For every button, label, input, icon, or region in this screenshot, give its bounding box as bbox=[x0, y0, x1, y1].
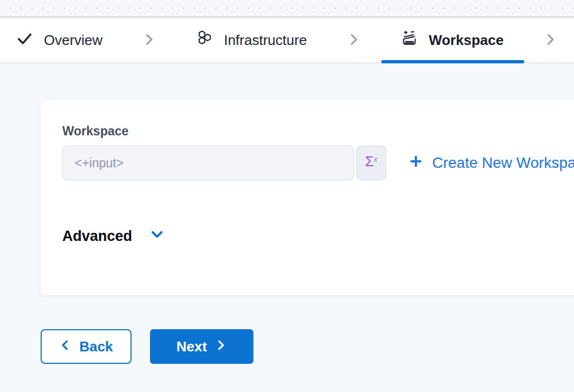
back-button-label: Back bbox=[79, 338, 113, 355]
workspace-field-label: Workspace bbox=[62, 124, 128, 139]
sigma-icon: Σ bbox=[365, 154, 374, 169]
step-separator-chevron-icon bbox=[347, 31, 361, 50]
step-separator-chevron-icon bbox=[142, 31, 156, 50]
sigma-superscript: x bbox=[374, 155, 377, 163]
runtime-input-sigma-button[interactable]: Σ x bbox=[356, 146, 386, 180]
step-overview[interactable]: Overview bbox=[16, 18, 102, 62]
next-button-label: Next bbox=[177, 338, 207, 355]
workspace-input[interactable] bbox=[62, 146, 354, 180]
step-separator-chevron-icon bbox=[543, 31, 558, 50]
workspace-input-group: Σ x bbox=[62, 146, 386, 180]
canvas-dotted-background bbox=[0, 0, 574, 18]
chevron-left-icon bbox=[59, 338, 71, 355]
workspace-card: Workspace Σ x Create New Workspace Advan… bbox=[41, 100, 574, 295]
create-new-workspace-link[interactable]: Create New Workspace bbox=[408, 146, 574, 180]
chevron-right-icon bbox=[214, 338, 227, 355]
advanced-toggle[interactable]: Advanced bbox=[62, 227, 165, 246]
step-label: Overview bbox=[44, 32, 102, 49]
create-link-label: Create New Workspace bbox=[432, 154, 574, 172]
back-button[interactable]: Back bbox=[41, 329, 132, 364]
wizard-footer-actions: Back Next bbox=[41, 329, 253, 364]
chevron-down-icon bbox=[149, 227, 165, 246]
advanced-label: Advanced bbox=[62, 228, 132, 245]
step-workspace[interactable]: Workspace bbox=[401, 18, 504, 62]
wizard-stepper: Overview Infrastructure bbox=[0, 18, 574, 63]
hexagon-cluster-icon bbox=[196, 30, 213, 50]
step-label: Infrastructure bbox=[224, 32, 306, 49]
workspace-stack-icon bbox=[401, 30, 418, 51]
check-icon bbox=[16, 30, 33, 50]
step-infrastructure[interactable]: Infrastructure bbox=[196, 18, 306, 62]
plus-icon bbox=[408, 153, 424, 173]
step-label: Workspace bbox=[429, 32, 504, 49]
next-button[interactable]: Next bbox=[150, 329, 253, 364]
